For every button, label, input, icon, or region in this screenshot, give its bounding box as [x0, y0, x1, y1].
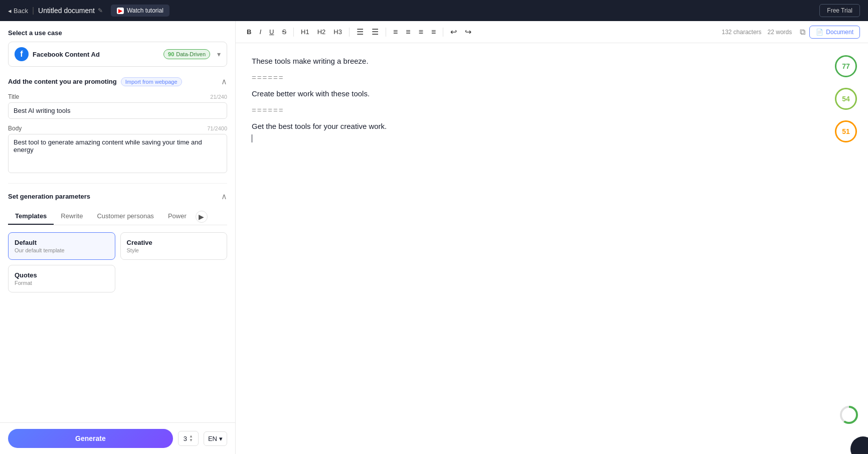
ordered-list-button[interactable]: ☰ [369, 25, 382, 39]
editor-area: B I U S H1 H2 H3 ☰ ☰ ≡ ≡ ≡ ≡ ↩ ↪ 132 cha… [236, 21, 868, 454]
bullet-list-button[interactable]: ☰ [354, 25, 367, 39]
title-char-count: 21/240 [210, 94, 227, 100]
template-grid: Default Our default template Creative St… [8, 232, 227, 292]
content-text-2: Create better work with these tools. [252, 88, 822, 100]
redo-button[interactable]: ↪ [462, 25, 474, 39]
generation-section-header: Set generation parameters ∧ [8, 192, 227, 201]
content-collapse-button[interactable]: ∧ [221, 77, 227, 86]
tabs-row: Templates Rewrite Customer personas Powe… [8, 208, 227, 225]
stepper-arrows: ▲▼ [189, 434, 193, 442]
tab-templates[interactable]: Templates [8, 208, 54, 225]
title-input[interactable] [8, 102, 227, 119]
template-card-creative[interactable]: Creative Style [120, 232, 228, 260]
char-count: 132 characters [722, 29, 761, 36]
editor-content[interactable]: These tools make writing a breeze. 77 ==… [236, 43, 868, 454]
underline-button[interactable]: U [266, 26, 277, 38]
header: ◂ Back | Untitled document ✎ ▶ Watch tut… [0, 0, 868, 21]
generation-collapse-button[interactable]: ∧ [221, 192, 227, 201]
generate-button[interactable]: Generate [8, 429, 173, 448]
edit-icon[interactable]: ✎ [98, 7, 103, 14]
content-block-1: These tools make writing a breeze. 77 [252, 55, 852, 67]
italic-button[interactable]: I [256, 26, 264, 38]
strikethrough-button[interactable]: S [279, 26, 289, 38]
template-creative-sub: Style [127, 247, 221, 253]
toolbar-divider-4 [443, 28, 443, 37]
data-driven-badge: 90 Data-Driven [163, 49, 210, 59]
h1-button[interactable]: H1 [298, 26, 312, 38]
header-divider: | [32, 6, 34, 15]
body-char-count: 71/2400 [207, 125, 227, 131]
document-title: Untitled document ✎ [38, 7, 103, 15]
use-case-label: Select a use case [8, 29, 227, 37]
toolbar-divider-2 [349, 28, 350, 37]
watch-tutorial-button[interactable]: ▶ Watch tutorial [111, 5, 169, 17]
chevron-down-icon: ▾ [217, 50, 221, 58]
h3-button[interactable]: H3 [330, 26, 345, 38]
content-block-2: Create better work with these tools. 54 [252, 88, 852, 100]
content-block-3: Get the best tools for your creative wor… [252, 120, 852, 144]
undo-button[interactable]: ↩ [447, 25, 460, 39]
sidebar: Select a use case f Facebook Content Ad … [0, 21, 236, 454]
align-right-button[interactable]: ≡ [416, 26, 426, 39]
sidebar-scroll: Select a use case f Facebook Content Ad … [0, 21, 235, 454]
use-case-info: Facebook Content Ad [33, 51, 100, 58]
content-text-1: These tools make writing a breeze. [252, 55, 822, 67]
tabs-more-button[interactable]: ▶ [196, 211, 208, 223]
score-badge-3: 51 [835, 120, 857, 142]
count-stepper[interactable]: 3 ▲▼ [178, 431, 199, 446]
back-button[interactable]: ◂ Back [8, 7, 28, 15]
align-center-button[interactable]: ≡ [403, 26, 413, 39]
template-default-sub: Our default template [15, 247, 109, 253]
section-divider [8, 183, 227, 184]
template-quotes-sub: Format [15, 280, 109, 286]
align-left-button[interactable]: ≡ [390, 26, 401, 39]
body-field-label: Body 71/2400 [8, 125, 227, 132]
floating-circle-inner [842, 408, 856, 422]
import-link[interactable]: Import from webpage [121, 77, 182, 86]
align-justify-button[interactable]: ≡ [428, 26, 439, 39]
content-section-title: Add the content you are promoting [8, 78, 117, 85]
body-textarea[interactable] [8, 134, 227, 173]
template-default-title: Default [15, 239, 109, 246]
template-card-quotes[interactable]: Quotes Format [8, 265, 115, 292]
toolbar-divider-3 [386, 28, 386, 37]
separator-block-2: ====== [252, 106, 852, 114]
document-button[interactable]: 📄 Document [809, 26, 860, 39]
toolbar-divider-1 [293, 28, 294, 37]
h2-button[interactable]: H2 [314, 26, 329, 38]
free-trial-button[interactable]: Free Trial [819, 4, 860, 17]
language-select[interactable]: EN ▾ [204, 431, 227, 446]
separator-block-1: ====== [252, 73, 852, 82]
template-quotes-title: Quotes [15, 271, 109, 279]
title-field-label: Title 21/240 [8, 93, 227, 100]
copy-button[interactable]: ⧉ [798, 26, 807, 39]
lang-chevron-icon: ▾ [219, 435, 223, 442]
bold-button[interactable]: B [244, 26, 254, 38]
tab-customer-personas[interactable]: Customer personas [90, 208, 160, 225]
use-case-selector[interactable]: f Facebook Content Ad 90 Data-Driven ▾ [8, 42, 227, 67]
template-card-default[interactable]: Default Our default template [8, 232, 115, 260]
cursor [252, 134, 252, 142]
use-case-name: Facebook Content Ad [33, 51, 100, 58]
template-creative-title: Creative [127, 239, 221, 246]
generation-section-title: Set generation parameters [8, 193, 90, 200]
document-icon: 📄 [816, 29, 823, 36]
tab-power[interactable]: Power [161, 208, 194, 225]
content-text-3: Get the best tools for your creative wor… [252, 120, 822, 144]
youtube-icon: ▶ [117, 8, 124, 14]
floating-progress-circle [840, 406, 858, 424]
facebook-icon: f [15, 47, 29, 61]
separator-1: ====== [252, 73, 822, 82]
tab-rewrite[interactable]: Rewrite [54, 208, 90, 225]
bottom-bar: Generate 3 ▲▼ EN ▾ [0, 422, 235, 454]
content-section-header: Add the content you are promoting Import… [8, 77, 227, 86]
editor-toolbar: B I U S H1 H2 H3 ☰ ☰ ≡ ≡ ≡ ≡ ↩ ↪ 132 cha… [236, 21, 868, 43]
main-layout: Select a use case f Facebook Content Ad … [0, 21, 868, 454]
separator-2: ====== [252, 106, 822, 114]
word-count: 22 words [768, 29, 792, 36]
